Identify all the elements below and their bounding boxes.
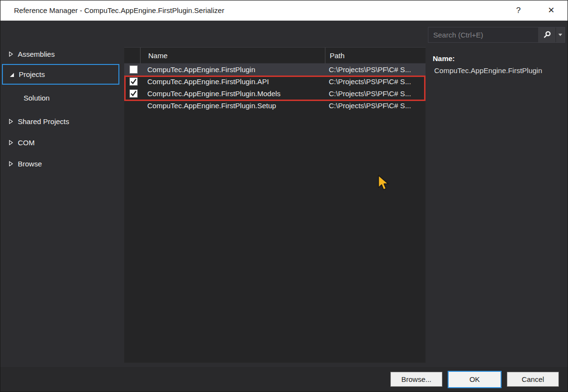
check-icon [130,78,137,85]
help-button[interactable]: ? [508,0,529,21]
project-name: CompuTec.AppEngine.FirstPlugin.Setup [141,101,325,110]
project-path: C:\Projects\PS\PF\C# S... [325,101,426,110]
sidebar-item-label: COM [18,136,35,150]
footer-bar: Browse... OK Cancel [0,367,568,392]
column-header-path: Path [325,48,426,63]
sidebar-item-solution[interactable]: Solution [0,91,124,105]
chevron-expanded-icon [9,72,14,77]
table-row[interactable]: CompuTec.AppEngine.FirstPlugin.API C:\Pr… [124,76,426,88]
title-bar: Reference Manager - CompuTec.AppEngine.F… [0,0,568,21]
reference-manager-dialog: Reference Manager - CompuTec.AppEngine.F… [0,0,568,392]
search-options-dropdown[interactable] [555,27,565,42]
sidebar-item-label: Browse [18,157,42,171]
sidebar-item-com[interactable]: COM [0,136,124,150]
project-path: C:\Projects\PS\PF\C# S... [325,89,426,98]
row-checkbox-checked[interactable] [129,89,138,98]
search-icon [542,30,552,39]
search-button[interactable] [538,27,555,42]
sidebar-item-projects[interactable]: Projects [2,64,119,85]
chevron-collapsed-icon [8,51,13,57]
project-path: C:\Projects\PS\PF\C# S... [325,77,426,86]
sidebar-item-label: Projects [19,65,45,84]
project-path: C:\Projects\PS\PF\C# S... [325,65,426,74]
sidebar-item-label: Assemblies [18,47,55,62]
ok-button[interactable]: OK [448,371,502,388]
project-list: Name Path CompuTec.AppEngine.FirstPlugin… [124,47,426,363]
sidebar-item-label: Shared Projects [18,114,69,129]
category-sidebar: Assemblies Projects Solution Shared Proj… [0,21,124,367]
search-box [428,27,565,43]
column-header-checkbox [124,48,141,63]
table-row[interactable]: CompuTec.AppEngine.FirstPlugin.Models C:… [124,88,426,100]
table-row[interactable]: CompuTec.AppEngine.FirstPlugin.Setup C:\… [124,100,426,112]
sidebar-item-shared-projects[interactable]: Shared Projects [0,114,124,129]
detail-name-label: Name: [433,54,455,63]
cancel-button[interactable]: Cancel [507,372,559,387]
column-header-name: Name [141,48,325,63]
chevron-collapsed-icon [8,161,13,166]
browse-button[interactable]: Browse... [390,372,442,387]
project-name: CompuTec.AppEngine.FirstPlugin.API [141,77,325,86]
row-checkbox-unchecked[interactable] [129,65,138,74]
close-button[interactable]: ✕ [541,0,562,21]
project-name: CompuTec.AppEngine.FirstPlugin [141,65,325,74]
chevron-down-icon [558,34,562,36]
chevron-collapsed-icon [8,119,13,124]
search-input[interactable] [428,27,538,42]
chevron-collapsed-icon [8,140,13,145]
sidebar-item-assemblies[interactable]: Assemblies [0,47,124,62]
detail-name-value: CompuTec.AppEngine.FirstPlugin [434,66,542,75]
list-header: Name Path [124,48,426,63]
window-title: Reference Manager - CompuTec.AppEngine.F… [14,0,224,21]
table-row[interactable]: CompuTec.AppEngine.FirstPlugin C:\Projec… [124,63,426,76]
project-name: CompuTec.AppEngine.FirstPlugin.Models [141,89,325,98]
row-checkbox-checked[interactable] [129,77,138,86]
sidebar-item-label: Solution [24,91,50,105]
check-icon [130,90,137,97]
sidebar-item-browse[interactable]: Browse [0,157,124,171]
